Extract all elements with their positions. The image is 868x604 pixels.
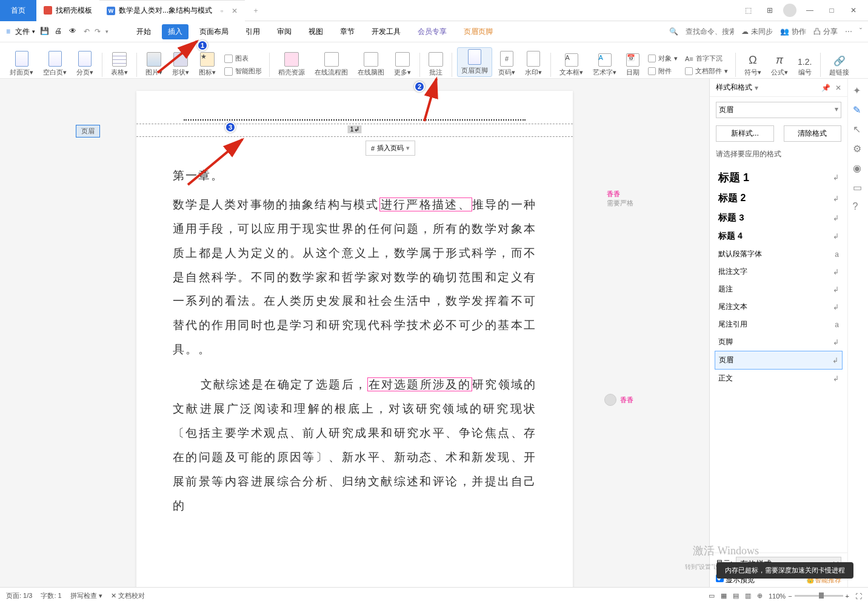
tab-home[interactable]: 首页 [0,0,36,21]
current-style-select[interactable]: 页眉▾ [716,102,841,118]
side-tool-4[interactable]: ⚙ [853,143,864,154]
blank-page-button[interactable]: 空白页▾ [39,51,70,77]
attach-button[interactable]: 附件 [646,65,680,77]
menu-pagelayout[interactable]: 页面布局 [193,24,235,39]
close-icon[interactable]: ✕ [835,84,841,92]
menu-devtools[interactable]: 开发工具 [366,24,407,39]
shape-button[interactable]: 形状▾ [169,52,193,77]
preview-icon[interactable]: 👁 [69,27,79,36]
share-button[interactable]: 凸分享 [813,27,838,37]
headerfooter-button[interactable]: 页眉页脚 [457,47,492,77]
smartart-button[interactable]: 智能图形 [222,65,264,77]
wordart-button[interactable]: A艺术字▾ [589,53,620,77]
style-item[interactable]: 页眉↲ [715,351,843,370]
hyperlink-button[interactable]: 🔗超链接 [826,55,853,77]
mindmap-button[interactable]: 在线脑图 [354,52,388,77]
status-proof[interactable]: ✕ 文档校对 [111,591,145,600]
side-tool-5[interactable]: ◉ [853,162,864,173]
comment-thread-1[interactable]: 香香 需要严格 [607,190,633,208]
collab-button[interactable]: 👥协作 [780,27,806,37]
header-zone[interactable]: 1↲ [136,124,573,137]
apps-icon[interactable]: ⊞ [761,2,778,19]
view-mode-2[interactable]: ▦ [721,592,727,600]
menu-start[interactable]: 开始 [130,24,157,39]
table-button[interactable]: 表格▾ [107,52,132,77]
date-button[interactable]: 📅日期 [623,53,643,77]
fit-icon[interactable]: ⊕ [757,592,763,600]
menu-reference[interactable]: 引用 [239,24,266,39]
print-icon[interactable]: 🖨 [55,27,64,36]
style-item[interactable]: 页脚↲ [715,333,843,351]
firstdrop-button[interactable]: A≡首字下沉 [683,53,730,64]
object-button[interactable]: 对象▾ [646,53,680,64]
insert-pagenum-button[interactable]: # 插入页码 ▾ [366,141,415,156]
save-icon[interactable]: 💾 [40,27,50,36]
style-item[interactable]: 标题 3↲ [715,208,843,227]
maximize-button[interactable]: □ [823,2,840,19]
more-button[interactable]: 更多▾ [390,52,415,77]
status-page[interactable]: 页面: 1/3 [6,591,32,600]
comment-thread-2[interactable]: 香香 [604,394,633,406]
icon-button[interactable]: ★图标▾ [195,52,219,77]
menu-member[interactable]: 会员专享 [412,24,453,39]
chevron-down-icon[interactable]: ▾ [755,84,758,92]
watermark-button[interactable]: 水印▾ [521,51,546,77]
style-item[interactable]: 尾注文本↲ [715,298,843,316]
pagenum-button[interactable]: #页码▾ [495,51,519,77]
layout-icon[interactable]: ⬚ [739,2,756,19]
style-item[interactable]: 标题 4↲ [715,227,843,245]
view-mode-1[interactable]: ▭ [709,592,715,600]
close-button[interactable]: ✕ [845,2,862,19]
style-item[interactable]: 标题 1↲ [715,167,843,188]
side-tool-1[interactable]: ✦ [853,85,864,96]
status-chars[interactable]: 字数: 1 [41,591,61,600]
image-button[interactable]: 图片▾ [142,52,166,77]
avatar[interactable] [783,4,796,17]
resource-button[interactable]: 稻壳资源 [275,52,309,77]
new-tab-button[interactable]: ＋ [245,0,267,21]
numbering-button[interactable]: 1.2.编号 [794,57,815,77]
flowchart-button[interactable]: 在线流程图 [311,52,352,77]
file-menu[interactable]: 文件 ▾ [15,27,35,37]
side-tool-3[interactable]: ↖ [853,124,864,134]
tab-document[interactable]: W 数学是人类对...象结构与模式 ▫ ✕ [99,0,245,21]
minimize-button[interactable]: — [801,2,818,19]
menu-icon[interactable]: ≡ [6,27,10,36]
style-item[interactable]: 默认段落字体a [715,245,843,263]
view-mode-3[interactable]: ▤ [733,592,739,600]
tab-menu-icon[interactable]: ▫ [221,7,223,15]
cover-button[interactable]: 封面页▾ [6,51,37,77]
comment-button[interactable]: 批注 [425,52,447,77]
new-style-button[interactable]: 新样式... [716,125,774,142]
zoom-control[interactable]: 110% − + [769,592,849,600]
clear-format-button[interactable]: 清除格式 [784,125,842,142]
menu-headerfooter[interactable]: 页眉页脚 [458,24,499,39]
redo-icon[interactable]: ↷ [95,27,101,36]
style-item[interactable]: 批注文字↲ [715,263,843,280]
search-input[interactable] [686,27,734,36]
style-item[interactable]: 标题 2↲ [715,188,843,208]
status-spell[interactable]: 拼写检查 ▾ [70,591,102,600]
menu-chapter[interactable]: 章节 [334,24,361,39]
fullscreen-icon[interactable]: ⛶ [855,592,862,600]
style-item[interactable]: 题注↲ [715,280,843,298]
menu-insert[interactable]: 插入 [162,24,189,39]
view-mode-4[interactable]: ▥ [745,592,751,600]
close-icon[interactable]: ✕ [232,7,238,15]
style-item[interactable]: 尾注引用a [715,316,843,333]
tab-template[interactable]: 找稻壳模板 [36,0,99,21]
more-icon[interactable]: ⋯ [845,27,852,36]
sync-button[interactable]: ☁未同步 [741,27,773,37]
side-tool-2[interactable]: ✎ [853,104,864,115]
docpart-button[interactable]: 文档部件▾ [683,65,730,77]
style-item[interactable]: 正文↲ [715,370,843,387]
document-canvas[interactable]: 页眉 1↲ # 插入页码 ▾ 第一章。 数学是人类对事物的抽象结构与模式进行严格… [0,79,709,589]
menu-view[interactable]: 视图 [302,24,329,39]
textbox-button[interactable]: A文本框▾ [556,53,587,77]
document-body[interactable]: 第一章。 数学是人类对事物的抽象结构与模式进行严格描述、推导的一种通用手段，可以… [173,164,536,517]
page-break-button[interactable]: 分页▾ [73,51,97,77]
undo-icon[interactable]: ↶ [84,27,90,36]
memory-toast[interactable]: 内存已超标，需要深度加速关闭卡慢进程 [716,562,853,579]
formula-button[interactable]: π公式▾ [767,54,792,77]
menu-review[interactable]: 审阅 [271,24,298,39]
